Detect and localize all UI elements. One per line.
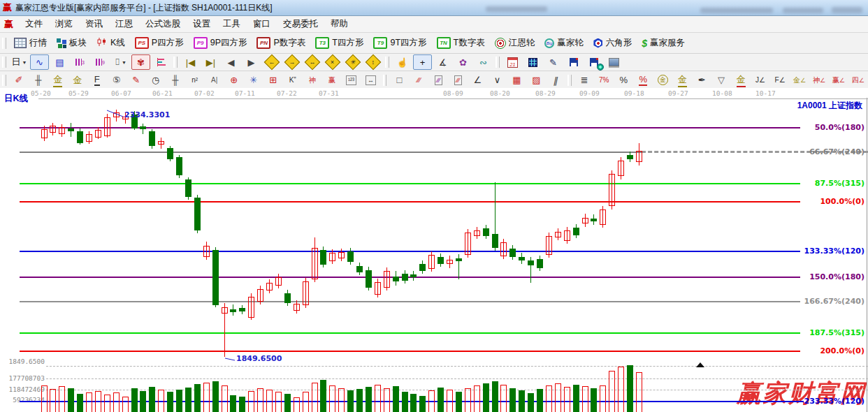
tool-button-percent-line[interactable]: % — [634, 73, 653, 88]
tool-button-grid-arrow[interactable]: ▨ — [527, 73, 546, 88]
tool-button-mirror-a[interactable]: A| — [205, 73, 224, 88]
tool-button-width-span[interactable]: ↔ — [361, 73, 380, 88]
toolbar-button-9p-square[interactable]: P99P四方形 — [189, 36, 252, 50]
tool-button-tick-ruler-2[interactable]: ╫ — [166, 73, 185, 88]
tool-button-gold-angle[interactable]: 金∠ — [790, 73, 809, 88]
tool-button-volume-profile[interactable] — [152, 54, 171, 70]
tool-button-save-disk[interactable] — [564, 54, 583, 70]
tool-button-calendar[interactable]: 21 — [503, 54, 522, 70]
tool-button-parallel-lines[interactable]: ∥ — [545, 73, 567, 88]
tool-button-n-squared[interactable]: n² — [185, 73, 204, 88]
tool-button-diamond-right[interactable]: → — [282, 54, 301, 70]
tool-button-step-forward[interactable]: ▶ — [242, 54, 261, 70]
tool-button-level-chart[interactable]: ≣ — [575, 73, 594, 88]
tool-button-remote-pc[interactable] — [605, 54, 623, 70]
tool-button-ink-pen[interactable]: ✒ — [693, 73, 711, 88]
tool-button-cup-pattern[interactable]: ▽ — [712, 73, 731, 88]
tool-button-bars-3[interactable]: 3 — [71, 54, 89, 70]
tool-button-ruler-123[interactable]: ¹²³ — [342, 73, 361, 88]
tool-button-angle-rays[interactable]: ∠ — [468, 73, 487, 88]
toolbar-button-winner-wheel[interactable]: Big赢家轮 — [540, 36, 588, 50]
toolbar-button-quotes[interactable]: 行情 — [9, 36, 52, 50]
tool-button-ornament-tool[interactable]: ✿ — [454, 54, 472, 70]
menu-item-formula-stock-pick[interactable]: 公式选股 — [139, 17, 187, 30]
tool-button-percent[interactable]: % — [614, 73, 633, 88]
toolbar-button-gann-wheel[interactable]: 江恩轮 — [490, 36, 540, 50]
tool-button-period-day-dropdown[interactable]: 日▼ — [10, 54, 29, 70]
tool-button-j-angle[interactable]: J∠ — [751, 73, 770, 88]
tool-button-info-panel[interactable]: ▤ — [50, 54, 69, 70]
tool-button-k-mark[interactable]: K” — [283, 73, 302, 88]
tool-button-crosshair[interactable]: + — [413, 54, 432, 70]
tool-button-si-angle[interactable]: 四∠ — [849, 73, 868, 88]
toolbar-button-t-square[interactable]: T3T四方形 — [310, 36, 368, 50]
tool-button-fan-box-red[interactable]: ∕∕∕ — [449, 73, 468, 88]
toolbar-button-kline[interactable]: K线 — [92, 36, 130, 50]
tool-button-bars-9[interactable]: 9 — [91, 54, 110, 70]
tool-button-gold-circle[interactable]: 金 — [653, 73, 672, 88]
menu-item-help[interactable]: 帮助 — [324, 17, 354, 30]
tool-button-gold-red-level[interactable]: 金 — [732, 73, 751, 88]
tool-button-candle-style-dropdown[interactable]: ⌷▼ — [111, 54, 130, 70]
menu-item-trade-entrust[interactable]: 交易委托 — [277, 17, 324, 30]
menu-item-news[interactable]: 资讯 — [79, 17, 109, 30]
tool-button-memo-edit[interactable]: ✎ — [544, 54, 563, 70]
toolbar-button-p-number-table[interactable]: PNP数字表 — [252, 36, 310, 50]
tool-button-save-web[interactable] — [584, 54, 603, 70]
menu-item-settings[interactable]: 设置 — [187, 17, 217, 30]
tool-button-diamond-horizontal[interactable]: ↔ — [303, 54, 321, 70]
tool-button-scribble-tool[interactable]: ∾ — [474, 54, 493, 70]
tool-button-ying-tool[interactable]: 赢 — [322, 73, 341, 88]
percent-line-icon: % — [639, 74, 647, 86]
toolbar-button-p-square[interactable]: PSP四方形 — [130, 36, 189, 50]
toolbar-button-sectors[interactable]: 板块 — [52, 36, 92, 50]
tool-button-diamond-star[interactable]: ✳ — [343, 54, 362, 70]
menu-item-gann[interactable]: 江恩 — [109, 17, 139, 30]
tool-button-gann-web[interactable]: ✳ — [244, 73, 263, 88]
tool-button-circle-cross[interactable]: ⊕ — [224, 73, 243, 88]
toolbar-button-9t-square[interactable]: T99T四方形 — [368, 36, 431, 50]
tool-button-pan-hand[interactable]: ☝ — [393, 54, 412, 70]
tool-button-zigzag-view[interactable]: ∿ — [30, 54, 49, 70]
menu-item-window[interactable]: 窗口 — [247, 17, 277, 30]
tool-button-spiral-five[interactable]: ⑤ — [107, 73, 126, 88]
menu-item-tools[interactable]: 工具 — [217, 17, 247, 30]
menu-item-browse[interactable]: 浏览 — [49, 17, 79, 30]
tool-button-shen-angle[interactable]: 神∠ — [810, 73, 829, 88]
tool-button-fan-box-purple[interactable]: ∕∕∕ — [429, 73, 448, 88]
tool-button-calculator[interactable] — [523, 54, 542, 70]
tool-button-percent-z[interactable]: 7% — [595, 73, 614, 88]
tool-button-grid-tool[interactable]: ▦ — [507, 73, 526, 88]
tool-button-diamond-left[interactable]: ← — [262, 54, 281, 70]
toolbar-button-t-number-table[interactable]: TNT数字表 — [432, 36, 490, 50]
tool-button-wave-lines[interactable]: ∨ — [488, 73, 507, 88]
tool-button-ying-angle[interactable]: 赢∠ — [830, 73, 848, 88]
tool-button-rect-tool[interactable]: □ — [390, 73, 409, 88]
tool-button-shen-tool[interactable]: 神 — [303, 73, 321, 88]
toolbar-button-winner-service[interactable]: $赢家服务 — [637, 36, 690, 50]
tool-button-diamond-vertical[interactable]: ↕ — [363, 54, 382, 70]
tool-button-angle-measure[interactable]: ∡ — [433, 54, 452, 70]
tool-button-fan-lines[interactable]: ∕∕∕ — [410, 73, 428, 88]
menu-item-file[interactable]: 文件 — [19, 17, 49, 30]
tool-button-time-cycle-clock[interactable]: ◷ — [146, 73, 165, 88]
tool-button-gold-level[interactable]: 金 — [673, 73, 692, 88]
tool-button-jump-last[interactable]: ▶| — [201, 54, 220, 70]
tool-button-tick-ruler[interactable]: ╫ — [29, 73, 48, 88]
tool-button-gold-gann[interactable]: 金 — [68, 73, 87, 88]
tool-button-pen-tool-2[interactable]: ✎ — [126, 73, 145, 88]
toolbar-button-hexagon[interactable]: 六角形 — [588, 36, 637, 50]
tool-button-f-angle[interactable]: F∠ — [771, 73, 790, 88]
toolbar-label: 板块 — [69, 37, 87, 49]
chart-area[interactable]: 日K线 1A0001 上证指数 赢家财富网 05-2005-2906-0706-… — [0, 88, 868, 412]
tool-button-gold-gann-lines[interactable]: 金 — [48, 73, 67, 88]
tool-button-pattern-overlay[interactable]: ✾ — [131, 54, 150, 70]
tool-button-f-ruler[interactable]: F — [87, 73, 106, 88]
tool-button-step-back[interactable]: ◀ — [222, 54, 240, 70]
tool-button-pen-tool[interactable]: ✐ — [9, 73, 28, 88]
window-controls-blurred[interactable] — [832, 7, 862, 13]
tool-button-diamond-cross[interactable]: × — [323, 54, 342, 70]
tool-button-web-box[interactable]: ⊞ — [263, 73, 282, 88]
pattern-overlay-icon: ✾ — [137, 57, 145, 68]
tool-button-jump-first[interactable]: |◀ — [181, 54, 200, 70]
